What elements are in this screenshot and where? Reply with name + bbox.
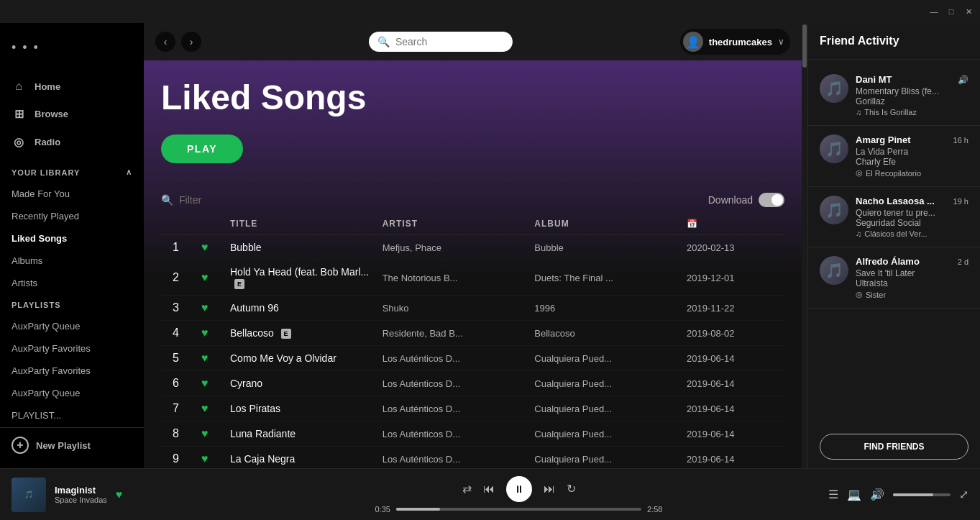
shuffle-button[interactable]: ⇄	[462, 482, 472, 496]
heart-icon[interactable]: ♥	[201, 402, 230, 415]
sidebar-dots[interactable]: • • •	[12, 35, 132, 61]
song-artist: Los Auténticos D...	[383, 403, 535, 414]
minimize-button[interactable]: —	[928, 6, 940, 17]
friend-name-row: Alfredo Álamo 2 d	[856, 256, 968, 267]
table-row[interactable]: 5 ♥ Como Me Voy a Olvidar Los Auténticos…	[161, 346, 784, 371]
table-row[interactable]: 3 ♥ Autumn 96 Shuko 1996 2019-11-22	[161, 296, 784, 321]
friend-item[interactable]: 🎵 Amarg Pinet 16 h La Vida Perra Charly …	[808, 126, 980, 187]
heart-icon[interactable]: ♥	[201, 377, 230, 390]
friend-name-row: Amarg Pinet 16 h	[856, 134, 968, 145]
find-friends-button[interactable]: FIND FRIENDS	[820, 434, 968, 460]
filter-input[interactable]	[179, 194, 305, 206]
heart-icon[interactable]: ♥	[201, 301, 230, 314]
close-button[interactable]: ✕	[963, 6, 974, 17]
heart-icon[interactable]: ♥	[201, 241, 230, 254]
main-content: ‹ › 🔍 👤 thedrumcakes ∨	[144, 23, 802, 468]
table-row[interactable]: 1 ♥ Bubble Mefjus, Phace Bubble 2020-02-…	[161, 235, 784, 260]
table-row[interactable]: 6 ♥ Cyrano Los Auténticos D... Cualquier…	[161, 371, 784, 396]
playlist-icon: ◎	[856, 168, 863, 178]
sidebar-item-label: Browse	[35, 109, 68, 119]
song-artist: Shuko	[383, 303, 535, 314]
queue-button[interactable]: ☰	[828, 488, 838, 501]
play-pause-button[interactable]: ⏸	[506, 476, 532, 502]
song-date: 2019-08-02	[687, 328, 773, 339]
search-icon: 🔍	[377, 36, 390, 47]
playlists-header: PLAYLISTS	[0, 289, 144, 315]
main-scrollbar[interactable]	[802, 23, 807, 468]
player-left: 🎵 Imaginist Space Invadas ♥	[12, 478, 213, 512]
song-artist: Los Auténticos D...	[383, 429, 535, 439]
sidebar-item-recently-played[interactable]: Recently Played	[6, 205, 138, 227]
next-button[interactable]: ⏭	[544, 483, 555, 496]
friend-info: Nacho Lasaosa ... 19 h Quiero tener tu p…	[856, 196, 968, 238]
song-artist: Residente, Bad B...	[383, 328, 535, 339]
nav-arrows: ‹ ›	[155, 32, 201, 52]
library-collapse-icon[interactable]: ∧	[126, 168, 132, 177]
fullscreen-button[interactable]: ⤢	[959, 488, 968, 501]
heart-icon[interactable]: ♥	[201, 427, 230, 440]
search-input[interactable]	[395, 36, 504, 47]
sidebar-item-made-for-you[interactable]: Made For You	[6, 183, 138, 205]
maximize-button[interactable]: □	[945, 6, 957, 17]
heart-icon[interactable]: ♥	[201, 352, 230, 365]
playlist-item-auxparty-queue-1[interactable]: AuxParty Queue	[6, 315, 138, 337]
playlist-item-auxparty-queue-2[interactable]: AuxParty Queue	[6, 382, 138, 404]
friend-item[interactable]: 🎵 Nacho Lasaosa ... 19 h Quiero tener tu…	[808, 187, 980, 247]
player-heart-icon[interactable]: ♥	[116, 488, 123, 501]
col-date: 📅	[687, 219, 773, 229]
song-album: Cualquiera Pued...	[534, 403, 687, 414]
user-chevron-icon: ∨	[778, 37, 784, 47]
friend-name-row: Nacho Lasaosa ... 19 h	[856, 196, 968, 206]
forward-button[interactable]: ›	[181, 32, 201, 52]
table-row[interactable]: 2 ♥ Hold Ya Head (feat. Bob Marl... E Th…	[161, 260, 784, 296]
player-artist: Space Invadas	[55, 496, 107, 504]
table-row[interactable]: 4 ♥ Bellacoso E Residente, Bad B... Bell…	[161, 321, 784, 346]
user-menu-button[interactable]: 👤 thedrumcakes ∨	[680, 29, 790, 55]
friend-item[interactable]: 🎵 Alfredo Álamo 2 d Save It 'til Later U…	[808, 247, 980, 309]
sidebar-item-browse[interactable]: ⊞ Browse	[0, 100, 144, 128]
play-button[interactable]: PLAY	[161, 134, 243, 163]
table-row[interactable]: 9 ♥ La Caja Negra Los Auténticos D... Cu…	[161, 447, 784, 468]
player-album-art: 🎵	[12, 478, 46, 512]
heart-icon[interactable]: ♥	[201, 327, 230, 339]
sidebar-item-radio[interactable]: ◎ Radio	[0, 128, 144, 156]
playlist-item-auxparty-favorites-1[interactable]: AuxParty Favorites	[6, 337, 138, 360]
col-heart	[201, 219, 230, 229]
friend-time: 16 h	[953, 136, 968, 145]
prev-button[interactable]: ⏮	[483, 483, 495, 496]
friend-song: Quiero tener tu pre...	[856, 208, 968, 218]
title-bar: — □ ✕	[0, 0, 980, 23]
song-date: 2019-11-22	[687, 303, 773, 314]
table-row[interactable]: 8 ♥ Luna Radiante Los Auténticos D... Cu…	[161, 421, 784, 447]
sidebar-item-label: Home	[35, 81, 60, 92]
table-row[interactable]: 7 ♥ Los Piratas Los Auténticos D... Cual…	[161, 396, 784, 421]
sidebar-item-home[interactable]: ⌂ Home	[0, 73, 144, 100]
sidebar-item-artists[interactable]: Artists	[6, 272, 138, 289]
volume-bar[interactable]	[893, 493, 951, 496]
playlist-item-auxparty-favorites-2[interactable]: AuxParty Favorites	[6, 360, 138, 382]
friend-playlist: ♫ This Is Gorillaz	[856, 108, 968, 117]
content-area: Liked Songs PLAY 🔍 Download	[144, 60, 802, 468]
new-playlist-button[interactable]: + New Playlist	[0, 427, 144, 462]
download-label: Download	[708, 194, 753, 206]
sidebar: • • • ⌂ Home ⊞ Browse ◎ Radio YOUR LIBRA…	[0, 23, 144, 468]
progress-track[interactable]	[396, 508, 641, 511]
sidebar-item-albums[interactable]: Albums	[6, 250, 138, 272]
devices-button[interactable]: 💻	[847, 488, 861, 501]
heart-icon[interactable]: ♥	[201, 452, 230, 465]
col-num	[173, 219, 201, 229]
friend-info: Dani MT 🔊 Momentary Bliss (fe... Gorilla…	[856, 74, 968, 117]
heart-icon[interactable]: ♥	[201, 271, 230, 284]
friend-item[interactable]: 🎵 Dani MT 🔊 Momentary Bliss (fe... Goril…	[808, 65, 980, 126]
progress-bar[interactable]: 0:35 2:58	[375, 505, 663, 514]
playlist-item-hidden[interactable]: PLAYLIST...	[6, 404, 138, 421]
scrollbar-thumb[interactable]	[802, 24, 807, 68]
sidebar-item-liked-songs[interactable]: Liked Songs	[6, 227, 138, 250]
search-bar[interactable]: 🔍	[369, 32, 513, 52]
song-album: Cualquiera Pued...	[534, 454, 687, 465]
download-toggle[interactable]	[759, 193, 784, 207]
repeat-button[interactable]: ↻	[567, 482, 576, 496]
col-album: ALBUM	[534, 219, 687, 229]
friend-playlist: ◎ El Recopilatorio	[856, 168, 968, 178]
back-button[interactable]: ‹	[155, 32, 175, 52]
